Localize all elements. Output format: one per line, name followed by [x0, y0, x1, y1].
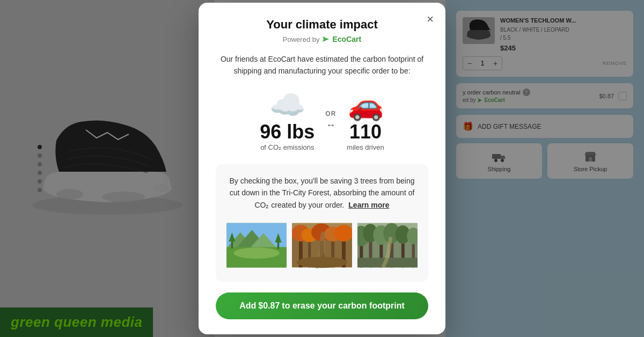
miles-impact: 🚗 110 miles driven [347, 90, 384, 151]
ecocart-send-icon-modal [322, 36, 330, 42]
or-text: OR [325, 110, 336, 118]
arrows-icon: ↔ [326, 120, 335, 131]
forest-section: By checking the box, you'll be saving 3 … [216, 164, 428, 282]
powered-by-text: Powered by [283, 35, 320, 43]
modal-description: Our friends at EcoCart have estimated th… [216, 53, 428, 77]
forest-description: By checking the box, you'll be saving 3 … [226, 175, 418, 211]
miles-number: 110 [349, 122, 382, 142]
car-emoji: 🚗 [348, 90, 384, 119]
modal-close-button[interactable]: × [427, 13, 434, 25]
modal-title: Your climate impact [216, 18, 428, 32]
forest-image-2 [292, 219, 352, 271]
forest-image-1 [226, 219, 287, 271]
co2-unit: of CO₂ emissions [260, 143, 314, 151]
miles-unit: miles driven [347, 143, 384, 151]
learn-more-link[interactable]: Learn more [348, 201, 389, 209]
climate-impact-modal: × Your climate impact Powered by EcoCart… [199, 3, 445, 334]
powered-by-row: Powered by EcoCart [216, 35, 428, 43]
cta-price: $0.87 [258, 301, 280, 311]
forest-images-row [226, 219, 418, 271]
cta-suffix: to erase your carbon footprint [282, 301, 404, 311]
forest-image-3 [357, 219, 418, 271]
impact-comparison: ☁️ 96 lbs of CO₂ emissions OR ↔ 🚗 110 mi… [216, 90, 428, 151]
add-carbon-offset-button[interactable]: Add $0.87 to erase your carbon footprint [216, 292, 428, 319]
co2-impact: ☁️ 96 lbs of CO₂ emissions [260, 90, 314, 151]
modal-overlay[interactable]: × Your climate impact Powered by EcoCart… [0, 0, 644, 337]
or-divider: OR ↔ [325, 110, 336, 131]
ecocart-brand-modal: EcoCart [332, 35, 361, 43]
cta-prefix: Add [239, 301, 256, 311]
cloud-emoji: ☁️ [269, 90, 305, 119]
co2-number: 96 lbs [260, 122, 314, 142]
svg-point-36 [297, 257, 348, 268]
svg-point-23 [233, 247, 280, 259]
svg-marker-11 [323, 36, 329, 42]
